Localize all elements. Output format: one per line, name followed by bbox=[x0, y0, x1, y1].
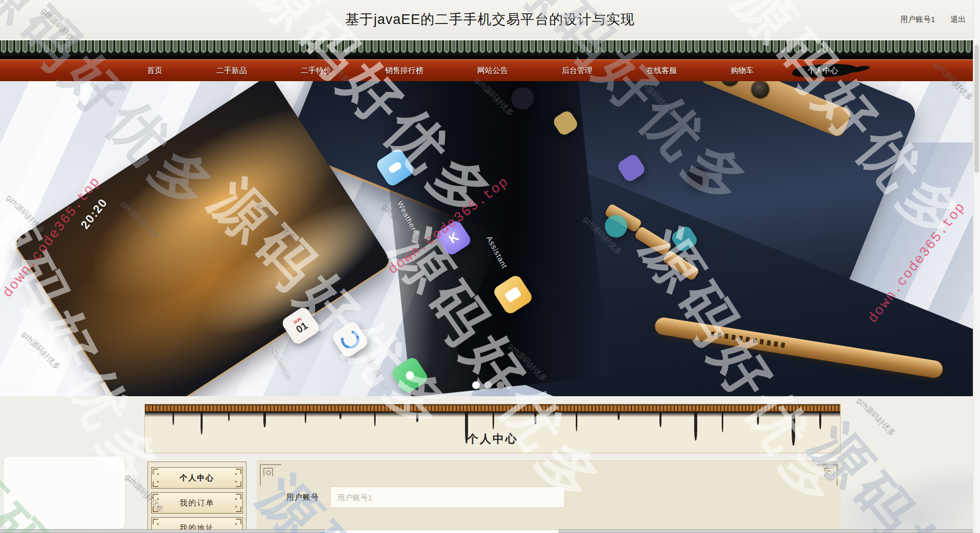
sidebar-item-label: 个人中心 bbox=[180, 473, 214, 483]
carousel-dots bbox=[472, 381, 504, 389]
nav-item-profile[interactable]: 个人中心 bbox=[804, 64, 841, 78]
nav-item-admin[interactable]: 后台管理 bbox=[559, 64, 596, 78]
section-banner: 个人中心 bbox=[144, 404, 841, 453]
carousel-dot-2[interactable] bbox=[484, 381, 492, 389]
user-account-link[interactable]: 用户账号1 bbox=[900, 15, 935, 25]
header: 基于javaEE的二手手机交易平台的设计与实现 用户账号1 退出 bbox=[0, 0, 980, 39]
nav-item-ranking[interactable]: 销售排行榜 bbox=[382, 64, 427, 78]
calendar-app-label: Calendar bbox=[271, 347, 295, 382]
nav-item-home[interactable]: 首页 bbox=[144, 64, 165, 78]
appstore-app-icon bbox=[330, 320, 370, 359]
page-title: 基于javaEE的二手手机交易平台的设计与实现 bbox=[0, 0, 980, 39]
camera-lens bbox=[717, 81, 742, 90]
ink-mountain-background bbox=[817, 419, 980, 533]
sidebar-menu: 个人中心 我的订单 我的地址 bbox=[148, 462, 247, 533]
main-nav: 首页 二手新品 二手特价 销售排行榜 网站公告 后台管理 在线客服 购物车 个人… bbox=[0, 59, 980, 81]
scrollbar-thumb[interactable] bbox=[974, 45, 979, 173]
nav-item-service[interactable]: 在线客服 bbox=[643, 64, 680, 78]
nav-item-announcement[interactable]: 网站公告 bbox=[474, 64, 511, 78]
sidebar-item-label: 我的订单 bbox=[180, 498, 214, 508]
logout-link[interactable]: 退出 bbox=[950, 15, 966, 25]
carousel-dot-1[interactable] bbox=[472, 381, 480, 389]
corner-ornament bbox=[814, 464, 838, 488]
page-scrollbar[interactable] bbox=[973, 0, 980, 533]
background-card bbox=[3, 456, 126, 529]
sidebar-item-orders[interactable]: 我的订单 bbox=[151, 492, 243, 514]
roof-tile-border bbox=[0, 39, 980, 59]
nav-item-cart[interactable]: 购物车 bbox=[728, 64, 757, 78]
appstore-app-label: App Store bbox=[365, 352, 391, 390]
profile-form-panel: 用户账号 bbox=[257, 461, 841, 533]
account-field-label: 用户账号 bbox=[286, 493, 323, 502]
second-input[interactable] bbox=[324, 529, 559, 533]
meander-border bbox=[145, 404, 840, 412]
section-title: 个人中心 bbox=[145, 431, 840, 447]
account-form-row: 用户账号 bbox=[286, 487, 565, 508]
channel-watermark: gzh源码好优多 bbox=[855, 396, 898, 439]
nav-item-new[interactable]: 二手新品 bbox=[213, 64, 250, 78]
header-user-area: 用户账号1 退出 bbox=[900, 0, 966, 39]
page: 基于javaEE的二手手机交易平台的设计与实现 用户账号1 退出 首页 二手新品… bbox=[0, 0, 980, 533]
carousel-dot-3[interactable] bbox=[497, 381, 504, 389]
camera-lens bbox=[748, 81, 773, 102]
nav-item-special[interactable]: 二手特价 bbox=[298, 64, 334, 78]
corner-ornament bbox=[260, 464, 283, 488]
hero-carousel: 20:20 Weather K Assistant SUN 01 Calenda… bbox=[0, 81, 980, 396]
account-input[interactable] bbox=[330, 487, 565, 508]
sidebar-item-profile[interactable]: 个人中心 bbox=[151, 467, 243, 489]
